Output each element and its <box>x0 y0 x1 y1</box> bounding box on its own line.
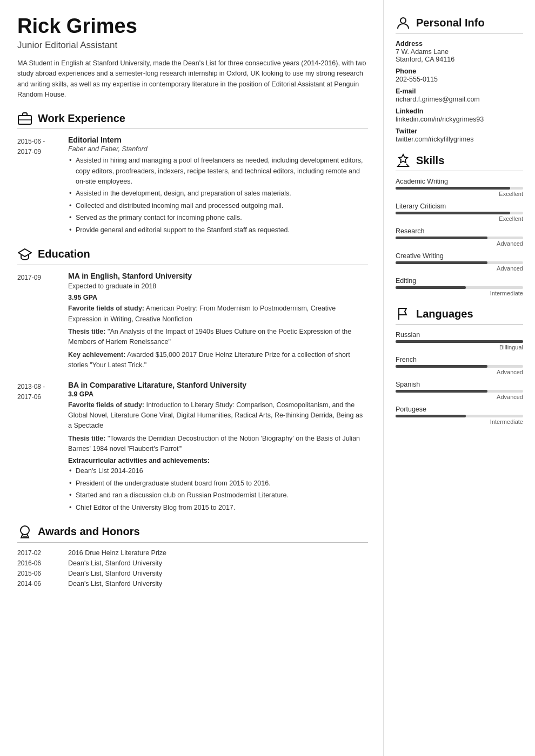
skill-item-3: Creative Writing Advanced <box>396 252 523 272</box>
personal-info-title: Personal Info <box>416 17 485 29</box>
candidate-name: Rick Grimes <box>17 15 368 38</box>
job-bullets-0: Assisted in hiring and managing a pool o… <box>68 156 368 235</box>
personal-info-section: Personal Info Address 7 W. Adams LaneSta… <box>396 15 523 143</box>
address-label: Address <box>396 40 523 48</box>
skill-name-0: Academic Writing <box>396 178 523 185</box>
lang-item-1: French Advanced <box>396 356 523 375</box>
bullet-item: Chief Editor of the University Blog from… <box>68 503 368 513</box>
phone-value: 202-555-0115 <box>396 76 523 83</box>
award-date-1: 2016-06 <box>17 559 59 567</box>
bullet-item: Assisted in hiring and managing a pool o… <box>68 156 368 187</box>
award-date-2: 2015-06 <box>17 570 59 577</box>
bullet-item: Provide general and editorial support to… <box>68 225 368 235</box>
skills-icon <box>396 153 411 168</box>
award-entry-3: 2014-06 Dean's List, Stanford University <box>17 580 368 588</box>
award-name-0: 2016 Drue Heinz Literature Prize <box>68 549 166 557</box>
graduation-icon <box>17 247 32 262</box>
bullet-item: Dean's List 2014-2016 <box>68 466 368 476</box>
work-content-0: Editorial Intern Faber and Faber, Stanfo… <box>68 136 368 237</box>
education-header: Education <box>17 247 368 265</box>
skill-level-4: Intermediate <box>396 290 523 296</box>
address-value: 7 W. Adams LaneStanford, CA 94116 <box>396 48 523 63</box>
lang-fill-1 <box>396 365 487 368</box>
education-entry-0: 2017-09 MA in English, Stanford Universi… <box>17 272 368 373</box>
briefcase-icon <box>17 111 32 126</box>
awards-header: Awards and Honors <box>17 524 368 543</box>
lang-name-2: Spanish <box>396 381 523 388</box>
awards-section: Awards and Honors 2017-02 2016 Drue Hein… <box>17 524 368 588</box>
lang-bar-2 <box>396 390 523 393</box>
awards-title: Awards and Honors <box>38 525 140 538</box>
award-date-0: 2017-02 <box>17 549 59 557</box>
gpa-1: 3.9 GPA <box>68 390 368 398</box>
work-entry-0: 2015-06 - 2017-09 Editorial Intern Faber… <box>17 136 368 237</box>
award-entry-1: 2016-06 Dean's List, Stanford University <box>17 559 368 567</box>
skill-bar-2 <box>396 237 523 239</box>
svg-point-5 <box>400 18 406 23</box>
skill-fill-2 <box>396 237 487 239</box>
lang-level-1: Advanced <box>396 369 523 375</box>
skill-level-0: Excellent <box>396 191 523 197</box>
bullet-item: Collected and distributed incoming mail … <box>68 201 368 211</box>
candidate-title: Junior Editorial Assistant <box>17 40 368 51</box>
edu-content-1: BA in Comparative Litarature, Stanford U… <box>68 381 368 515</box>
skill-item-2: Research Advanced <box>396 227 523 247</box>
award-date-3: 2014-06 <box>17 580 59 588</box>
edu-content-0: MA in English, Stanford University Expec… <box>68 272 368 373</box>
degree-0: MA in English, Stanford University <box>68 272 368 280</box>
lang-item-2: Spanish Advanced <box>396 381 523 400</box>
lang-bar-1 <box>396 365 523 368</box>
skill-level-2: Advanced <box>396 240 523 247</box>
education-section: Education 2017-09 MA in English, Stanfor… <box>17 247 368 515</box>
lang-fill-2 <box>396 390 487 393</box>
person-icon <box>396 15 411 30</box>
skill-fill-0 <box>396 187 510 190</box>
job-title-0: Editorial Intern <box>68 136 368 144</box>
skill-item-1: Literary Criticism Excellent <box>396 202 523 222</box>
languages-section: Languages Russian Billingual French Adva… <box>396 306 523 425</box>
skill-name-1: Literary Criticism <box>396 202 523 210</box>
skill-bar-4 <box>396 286 523 289</box>
lang-level-2: Advanced <box>396 394 523 400</box>
award-name-1: Dean's List, Stanford University <box>68 559 162 567</box>
achievement-0: Key achievement: Awarded $15,000 2017 Dr… <box>68 350 368 371</box>
work-experience-header: Work Experience <box>17 111 368 129</box>
skill-name-3: Creative Writing <box>396 252 523 260</box>
skill-fill-3 <box>396 261 487 264</box>
bullet-item: Served as the primary contact for incomi… <box>68 213 368 223</box>
lang-level-0: Billingual <box>396 344 523 350</box>
education-entry-1: 2013-08 - 2017-06 BA in Comparative Lita… <box>17 381 368 515</box>
skill-bar-0 <box>396 187 523 190</box>
work-experience-section: Work Experience 2015-06 - 2017-09 Editor… <box>17 111 368 237</box>
extracurricular-bullets: Dean's List 2014-2016 President of the u… <box>68 466 368 513</box>
award-entry-0: 2017-02 2016 Drue Heinz Literature Prize <box>17 549 368 557</box>
skill-item-4: Editing Intermediate <box>396 277 523 296</box>
skill-bar-3 <box>396 261 523 264</box>
lang-bar-3 <box>396 415 523 417</box>
languages-header: Languages <box>396 306 523 325</box>
skill-level-3: Advanced <box>396 265 523 272</box>
lang-level-3: Intermediate <box>396 418 523 425</box>
lang-name-3: Portugese <box>396 406 523 413</box>
award-entry-2: 2015-06 Dean's List, Stanford University <box>17 570 368 577</box>
lang-name-0: Russian <box>396 331 523 339</box>
left-column: Rick Grimes Junior Editorial Assistant M… <box>0 0 384 756</box>
twitter-label: Twitter <box>396 127 523 135</box>
favorite-fields-0: Favorite fields of study: American Poetr… <box>68 303 368 325</box>
skill-fill-4 <box>396 286 466 289</box>
skills-section: Skills Academic Writing Excellent Litera… <box>396 153 523 296</box>
work-experience-title: Work Experience <box>38 112 125 125</box>
company-0: Faber and Faber, Stanford <box>68 145 368 153</box>
favorite-fields-1: Favorite fields of study: Introduction t… <box>68 400 368 431</box>
flag-icon <box>396 306 411 321</box>
skill-level-1: Excellent <box>396 215 523 222</box>
linkedin-value: linkedin.com/in/rickygrimes93 <box>396 116 523 123</box>
award-icon <box>17 524 32 539</box>
gpa-0: 3.95 GPA <box>68 294 368 301</box>
lang-fill-0 <box>396 340 523 343</box>
award-name-3: Dean's List, Stanford University <box>68 580 162 588</box>
lang-name-1: French <box>396 356 523 363</box>
personal-info-header: Personal Info <box>396 15 523 33</box>
lang-bar-0 <box>396 340 523 343</box>
email-value: richard.f.grimes@gmail.com <box>396 96 523 103</box>
